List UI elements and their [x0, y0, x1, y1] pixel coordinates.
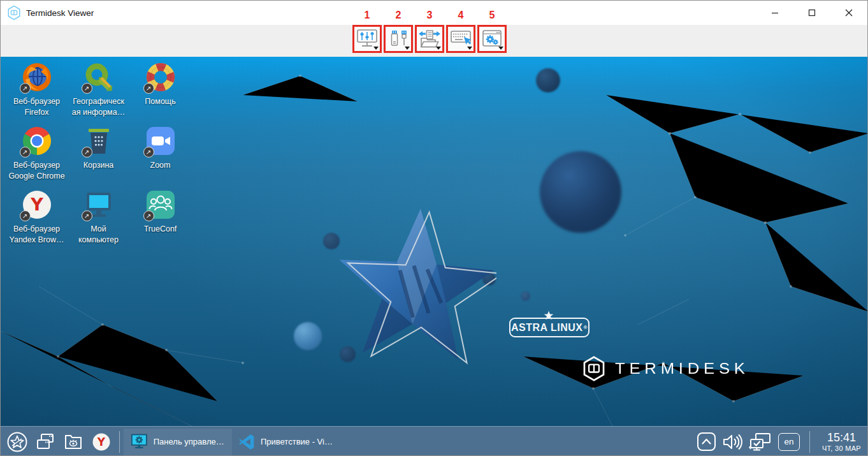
termidesk-watermark: TERMIDESK	[582, 355, 735, 382]
yandex-icon: Y	[92, 432, 111, 452]
icon-label: Помощь	[145, 97, 175, 106]
annotation-numbers: 1 2 3 4 5	[352, 10, 507, 24]
desktop-icon-firefox[interactable]: ↗ Веб-браузер Firefox	[6, 62, 68, 126]
icon-label: Географическ	[73, 97, 124, 106]
network-displays-button[interactable]	[749, 432, 772, 452]
speaker-icon	[722, 432, 743, 452]
minimize-icon	[771, 9, 779, 17]
file-manager-button[interactable]	[59, 428, 87, 456]
annotation-number-1: 1	[352, 10, 382, 24]
taskbar-separator	[119, 431, 120, 453]
icon-label: ая информа…	[72, 108, 125, 117]
volume-button[interactable]	[722, 432, 743, 452]
system-tray: en 15:41 ЧТ, 30 МАР	[697, 431, 861, 453]
dropdown-arrow-icon	[498, 47, 503, 50]
usb-devices-button[interactable]	[384, 25, 413, 53]
desktop-icon-trueconf[interactable]: ↗ TrueConf	[129, 189, 191, 253]
window-switcher-button[interactable]	[31, 428, 59, 456]
shortcut-arrow-badge: ↗	[82, 210, 92, 221]
icon-label: Google Chrome	[8, 172, 64, 180]
termidesk-wordmark: TERMIDESK	[615, 360, 749, 378]
chevron-up-icon	[697, 432, 716, 452]
tray-separator	[809, 431, 810, 453]
annotation-number-3: 3	[415, 10, 444, 24]
windows-icon	[35, 432, 55, 452]
shortcut-arrow-badge: ↗	[143, 147, 154, 158]
desktop-icon-yandex[interactable]: Y ↗ Веб-браузер Yandex Brow…	[6, 189, 68, 253]
shortcut-arrow-badge: ↗	[82, 147, 92, 158]
desktop-icon-zoom[interactable]: ↗ Zoom	[129, 126, 191, 189]
desktop-icon-my-computer[interactable]: ↗ Мой компьютер	[68, 189, 129, 253]
svg-text:Y: Y	[30, 195, 43, 214]
decor-sphere	[521, 291, 530, 301]
icon-label: Yandex Brow…	[10, 235, 64, 244]
control-panel-icon	[130, 432, 148, 452]
desktop-icon-help[interactable]: ↗ Помощь	[129, 62, 191, 126]
desktop-icon-trash[interactable]: ↗ Корзина	[68, 126, 129, 189]
icon-label: Мой	[90, 224, 106, 233]
shortcut-arrow-badge: ↗	[20, 210, 31, 221]
remote-desktop-area[interactable]: ASTRA LINUX® TERMIDESK	[1, 57, 868, 426]
dropdown-arrow-icon	[436, 47, 441, 50]
desktop-icon-chrome[interactable]: ↗ Веб-браузер Google Chrome	[6, 126, 68, 189]
tray-expand-button[interactable]	[697, 432, 716, 452]
decor-sphere	[294, 322, 322, 350]
close-button[interactable]	[830, 1, 867, 25]
dropdown-arrow-icon	[405, 47, 410, 50]
close-icon	[845, 9, 853, 17]
annotation-number-4: 4	[446, 10, 475, 24]
clock-date: ЧТ, 30 МАР	[822, 445, 861, 453]
termidesk-hexagon-icon	[582, 355, 606, 382]
dropdown-arrow-icon	[373, 47, 379, 50]
icon-label: Firefox	[24, 108, 48, 117]
taskbar: Y Панель управлен…	[1, 426, 867, 456]
annotation-number-5: 5	[477, 10, 507, 24]
decor-sphere-large	[540, 151, 621, 233]
keyboard-layout-indicator[interactable]: en	[778, 433, 800, 451]
file-transfer-button[interactable]	[415, 25, 444, 53]
icon-label: Веб-браузер	[13, 97, 60, 106]
task-vscode[interactable]: Приветствие - Vis…	[232, 429, 340, 455]
task-control-panel[interactable]: Панель управлен…	[124, 429, 232, 455]
icon-label: компьютер	[78, 235, 119, 244]
shortcut-arrow-badge: ↗	[143, 210, 154, 221]
connected-displays-icon	[749, 432, 772, 452]
window-controls	[756, 1, 867, 25]
astra-star-graphic	[333, 182, 496, 393]
shortcut-arrow-badge: ↗	[82, 83, 92, 94]
folder-eye-icon	[63, 432, 83, 452]
keyboard-input-button[interactable]	[446, 25, 475, 53]
minimize-button[interactable]	[756, 1, 793, 25]
astra-linux-logo: ASTRA LINUX®	[509, 318, 590, 337]
launcher-button[interactable]	[3, 428, 31, 456]
maximize-button[interactable]	[793, 1, 830, 25]
icon-label: Корзина	[83, 161, 114, 170]
icon-label: TrueConf	[144, 224, 177, 233]
shortcut-arrow-badge: ↗	[143, 83, 154, 94]
task-label: Приветствие - Vis…	[261, 437, 334, 446]
desktop-icon-grid: ↗ Веб-браузер Firefox	[6, 62, 191, 253]
icon-label: Zoom	[150, 161, 171, 170]
termidesk-logo-icon	[7, 5, 21, 20]
icon-label: Веб-браузер	[13, 161, 60, 170]
maximize-icon	[808, 9, 816, 17]
vscode-icon	[238, 433, 256, 451]
astra-launcher-icon	[6, 431, 28, 453]
svg-text:Y: Y	[97, 436, 106, 448]
yandex-quicklaunch-button[interactable]: Y	[87, 428, 115, 456]
shortcut-arrow-badge: ↗	[20, 83, 31, 94]
window-title: Termidesk Viewer	[26, 8, 94, 18]
display-settings-button[interactable]	[352, 25, 382, 53]
annotation-number-2: 2	[384, 10, 413, 24]
toolbar-annotations: 1 2 3 4 5	[352, 10, 507, 53]
shortcut-arrow-badge: ↗	[20, 147, 31, 158]
session-settings-button[interactable]	[477, 25, 507, 53]
icon-label: Веб-браузер	[13, 224, 60, 233]
termidesk-viewer-window: Termidesk Viewer 1 2 3 4	[0, 0, 868, 456]
registered-mark: ®	[584, 325, 588, 330]
clock-time: 15:41	[822, 431, 861, 445]
clock[interactable]: 15:41 ЧТ, 30 МАР	[822, 431, 861, 452]
desktop-icon-qgis[interactable]: ↗ Географическ ая информа…	[68, 62, 129, 126]
astra-linux-text: ASTRA LINUX	[511, 322, 582, 334]
decor-sphere	[536, 68, 560, 92]
